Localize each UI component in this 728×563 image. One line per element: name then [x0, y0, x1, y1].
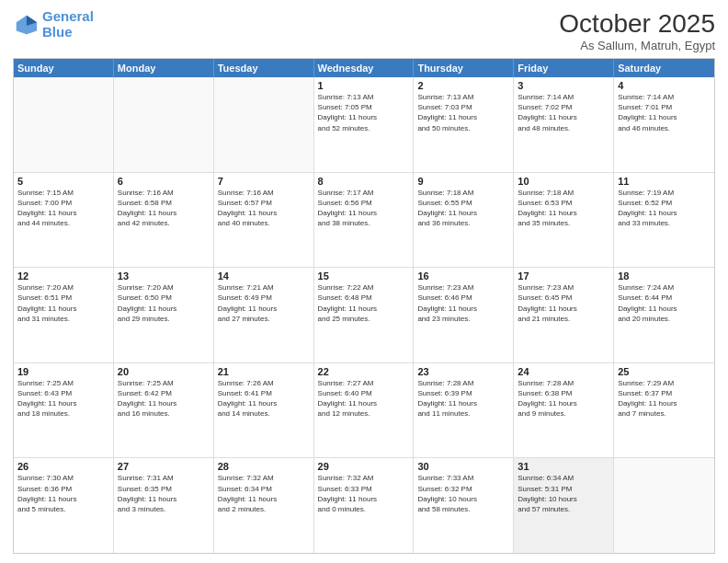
day-number: 27 [118, 461, 210, 472]
day-cell-30: 30Sunrise: 7:33 AM Sunset: 6:32 PM Dayli… [414, 458, 514, 553]
day-number: 3 [518, 80, 609, 91]
day-cell-5: 5Sunrise: 7:15 AM Sunset: 7:00 PM Daylig… [14, 173, 114, 268]
logo-line1: General [42, 8, 94, 24]
day-detail: Sunrise: 7:16 AM Sunset: 6:57 PM Dayligh… [218, 188, 310, 229]
day-cell-12: 12Sunrise: 7:20 AM Sunset: 6:51 PM Dayli… [14, 268, 114, 362]
day-cell-1: 1Sunrise: 7:13 AM Sunset: 7:05 PM Daylig… [314, 77, 415, 172]
day-cell-19: 19Sunrise: 7:25 AM Sunset: 6:43 PM Dayli… [14, 363, 114, 458]
header-cell-wednesday: Wednesday [314, 59, 415, 77]
day-detail: Sunrise: 7:32 AM Sunset: 6:34 PM Dayligh… [218, 473, 310, 514]
day-cell-3: 3Sunrise: 7:14 AM Sunset: 7:02 PM Daylig… [514, 77, 614, 172]
logo-line2: Blue [42, 24, 73, 40]
day-cell-18: 18Sunrise: 7:24 AM Sunset: 6:44 PM Dayli… [614, 268, 714, 362]
day-number: 16 [417, 270, 509, 282]
day-number: 17 [518, 270, 609, 282]
day-number: 22 [318, 366, 410, 377]
day-number: 7 [218, 176, 310, 187]
day-detail: Sunrise: 7:18 AM Sunset: 6:55 PM Dayligh… [417, 188, 509, 229]
day-detail: Sunrise: 7:16 AM Sunset: 6:58 PM Dayligh… [118, 188, 210, 229]
header-cell-saturday: Saturday [614, 59, 714, 77]
day-number: 6 [118, 176, 210, 187]
day-detail: Sunrise: 7:17 AM Sunset: 6:56 PM Dayligh… [318, 188, 410, 229]
day-detail: Sunrise: 7:21 AM Sunset: 6:49 PM Dayligh… [218, 282, 310, 324]
day-number: 5 [17, 176, 109, 187]
day-cell-14: 14Sunrise: 7:21 AM Sunset: 6:49 PM Dayli… [214, 268, 314, 362]
day-cell-26: 26Sunrise: 7:30 AM Sunset: 6:36 PM Dayli… [14, 458, 114, 553]
day-number: 31 [518, 461, 609, 472]
day-number: 14 [218, 270, 310, 282]
day-detail: Sunrise: 7:24 AM Sunset: 6:44 PM Dayligh… [618, 282, 711, 324]
day-cell-25: 25Sunrise: 7:29 AM Sunset: 6:37 PM Dayli… [614, 363, 714, 458]
day-detail: Sunrise: 7:27 AM Sunset: 6:40 PM Dayligh… [318, 378, 410, 419]
day-cell-23: 23Sunrise: 7:28 AM Sunset: 6:39 PM Dayli… [414, 363, 514, 458]
calendar-header: SundayMondayTuesdayWednesdayThursdayFrid… [14, 59, 714, 77]
day-cell-13: 13Sunrise: 7:20 AM Sunset: 6:50 PM Dayli… [114, 268, 214, 362]
header: General Blue October 2025 As Sallum, Mat… [13, 9, 715, 52]
day-number: 30 [417, 461, 509, 472]
day-cell-27: 27Sunrise: 7:31 AM Sunset: 6:35 PM Dayli… [114, 458, 214, 553]
day-detail: Sunrise: 7:28 AM Sunset: 6:39 PM Dayligh… [417, 378, 509, 419]
day-number: 29 [318, 461, 410, 472]
empty-cell [14, 77, 114, 172]
day-number: 25 [618, 366, 711, 377]
day-number: 23 [417, 366, 509, 377]
day-cell-11: 11Sunrise: 7:19 AM Sunset: 6:52 PM Dayli… [614, 173, 714, 268]
month-title: October 2025 [559, 9, 715, 39]
day-detail: Sunrise: 7:20 AM Sunset: 6:51 PM Dayligh… [17, 282, 109, 324]
day-cell-2: 2Sunrise: 7:13 AM Sunset: 7:03 PM Daylig… [414, 77, 514, 172]
day-number: 18 [618, 270, 711, 282]
location-title: As Sallum, Matruh, Egypt [559, 39, 715, 52]
day-detail: Sunrise: 7:31 AM Sunset: 6:35 PM Dayligh… [118, 473, 210, 514]
day-number: 20 [118, 366, 210, 377]
calendar-row-4: 26Sunrise: 7:30 AM Sunset: 6:36 PM Dayli… [14, 458, 714, 553]
day-detail: Sunrise: 7:13 AM Sunset: 7:03 PM Dayligh… [417, 92, 509, 133]
day-cell-10: 10Sunrise: 7:18 AM Sunset: 6:53 PM Dayli… [514, 173, 614, 268]
empty-cell [614, 458, 714, 553]
day-detail: Sunrise: 7:14 AM Sunset: 7:01 PM Dayligh… [618, 92, 711, 133]
header-cell-sunday: Sunday [14, 59, 114, 77]
day-number: 1 [318, 80, 410, 91]
logo: General Blue [13, 9, 94, 40]
day-detail: Sunrise: 7:30 AM Sunset: 6:36 PM Dayligh… [17, 473, 109, 514]
day-detail: Sunrise: 7:18 AM Sunset: 6:53 PM Dayligh… [518, 188, 609, 229]
calendar-body: 1Sunrise: 7:13 AM Sunset: 7:05 PM Daylig… [14, 77, 714, 553]
day-cell-22: 22Sunrise: 7:27 AM Sunset: 6:40 PM Dayli… [314, 363, 415, 458]
day-detail: Sunrise: 7:14 AM Sunset: 7:02 PM Dayligh… [518, 92, 609, 133]
empty-cell [114, 77, 214, 172]
day-number: 26 [17, 461, 109, 472]
day-cell-16: 16Sunrise: 7:23 AM Sunset: 6:46 PM Dayli… [414, 268, 514, 362]
header-cell-thursday: Thursday [414, 59, 514, 77]
day-number: 9 [417, 176, 509, 187]
day-detail: Sunrise: 7:23 AM Sunset: 6:46 PM Dayligh… [417, 282, 509, 324]
day-cell-29: 29Sunrise: 7:32 AM Sunset: 6:33 PM Dayli… [314, 458, 415, 553]
day-cell-20: 20Sunrise: 7:25 AM Sunset: 6:42 PM Dayli… [114, 363, 214, 458]
empty-cell [214, 77, 314, 172]
day-detail: Sunrise: 7:32 AM Sunset: 6:33 PM Dayligh… [318, 473, 410, 514]
day-cell-24: 24Sunrise: 7:28 AM Sunset: 6:38 PM Dayli… [514, 363, 614, 458]
page: General Blue October 2025 As Sallum, Mat… [0, 0, 728, 563]
day-cell-28: 28Sunrise: 7:32 AM Sunset: 6:34 PM Dayli… [214, 458, 314, 553]
day-cell-4: 4Sunrise: 7:14 AM Sunset: 7:01 PM Daylig… [614, 77, 714, 172]
day-number: 13 [118, 270, 210, 282]
calendar-row-0: 1Sunrise: 7:13 AM Sunset: 7:05 PM Daylig… [14, 77, 714, 173]
calendar-row-2: 12Sunrise: 7:20 AM Sunset: 6:51 PM Dayli… [14, 268, 714, 363]
day-cell-8: 8Sunrise: 7:17 AM Sunset: 6:56 PM Daylig… [314, 173, 415, 268]
day-cell-9: 9Sunrise: 7:18 AM Sunset: 6:55 PM Daylig… [414, 173, 514, 268]
day-detail: Sunrise: 7:22 AM Sunset: 6:48 PM Dayligh… [318, 282, 410, 324]
header-cell-tuesday: Tuesday [214, 59, 314, 77]
day-number: 12 [17, 270, 109, 282]
day-number: 4 [618, 80, 711, 91]
header-cell-friday: Friday [514, 59, 614, 77]
header-cell-monday: Monday [114, 59, 214, 77]
day-cell-21: 21Sunrise: 7:26 AM Sunset: 6:41 PM Dayli… [214, 363, 314, 458]
day-detail: Sunrise: 7:15 AM Sunset: 7:00 PM Dayligh… [17, 188, 109, 229]
day-cell-6: 6Sunrise: 7:16 AM Sunset: 6:58 PM Daylig… [114, 173, 214, 268]
logo-text: General Blue [42, 9, 94, 40]
day-number: 2 [417, 80, 509, 91]
day-detail: Sunrise: 7:23 AM Sunset: 6:45 PM Dayligh… [518, 282, 609, 324]
day-number: 10 [518, 176, 609, 187]
day-detail: Sunrise: 7:25 AM Sunset: 6:43 PM Dayligh… [17, 378, 109, 419]
day-cell-15: 15Sunrise: 7:22 AM Sunset: 6:48 PM Dayli… [314, 268, 415, 362]
day-detail: Sunrise: 7:28 AM Sunset: 6:38 PM Dayligh… [518, 378, 609, 419]
day-number: 11 [618, 176, 711, 187]
